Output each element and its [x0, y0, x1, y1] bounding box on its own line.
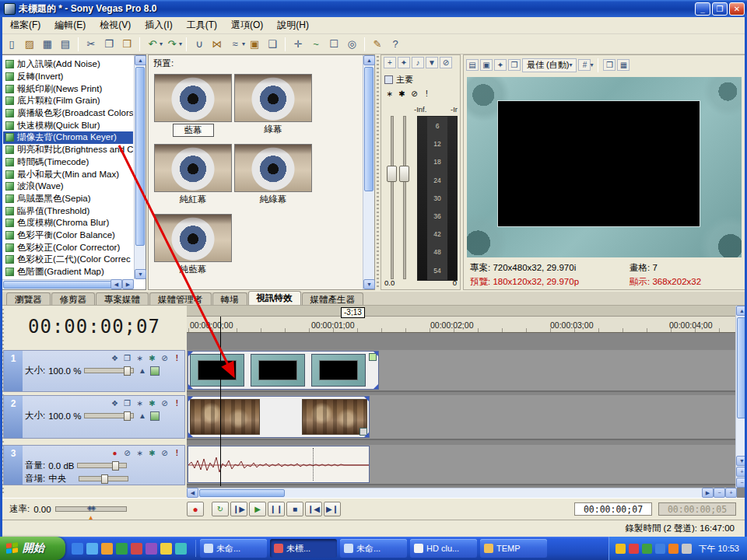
- timeline-zoom-in-icon[interactable]: +: [725, 488, 737, 498]
- video-event-eye-frames[interactable]: [188, 351, 379, 390]
- mixer-note-icon[interactable]: ♪: [412, 57, 424, 68]
- scrollbar-thumb[interactable]: [364, 67, 374, 191]
- slider-thumb[interactable]: [101, 474, 108, 484]
- slider-thumb[interactable]: [124, 366, 131, 376]
- arm-for-record-icon[interactable]: ●: [110, 449, 120, 457]
- fader-thumb[interactable]: [387, 166, 397, 182]
- automation-settings-icon[interactable]: ∗: [135, 399, 145, 408]
- pause-button[interactable]: ❙❙: [268, 502, 285, 516]
- menu-tools[interactable]: 工具(T): [180, 17, 224, 33]
- cursor-position-field[interactable]: 00:00:00;07: [574, 502, 652, 516]
- audio-event-waveform[interactable]: [188, 446, 370, 483]
- track-fx-chain-icon[interactable]: ❐: [122, 354, 132, 362]
- split-screen-view-icon[interactable]: ❐: [508, 59, 521, 71]
- fx-list-item[interactable]: 色彩平衡(Color Balance): [3, 229, 133, 242]
- new-project-icon[interactable]: ▯: [3, 36, 20, 52]
- go-to-end-button[interactable]: ▶❙: [324, 502, 341, 516]
- envelope-edit-tool-icon[interactable]: ~: [307, 36, 324, 52]
- tab-project-media[interactable]: 專案媒體: [96, 292, 149, 305]
- tab-media-generators[interactable]: 媒體產生器: [302, 292, 364, 305]
- scrollbar-thumb[interactable]: [3, 281, 112, 289]
- scroll-down-icon[interactable]: ▼: [363, 279, 375, 289]
- menu-view[interactable]: 檢視(V): [93, 17, 138, 33]
- master-fx-icon[interactable]: ✱: [397, 89, 407, 98]
- taskbar-window-1[interactable]: 未命...: [200, 539, 267, 558]
- ignore-event-grouping-icon[interactable]: ❑: [264, 36, 281, 52]
- fx-list-item[interactable]: 色階圖(Gradient Map): [3, 266, 133, 278]
- fx-list-item[interactable]: 加入訊噪(Add Noise): [3, 58, 133, 71]
- track-fx-icon[interactable]: ✱: [147, 449, 157, 457]
- menu-file[interactable]: 檔案(F): [3, 17, 47, 33]
- mute-icon[interactable]: ⊘: [409, 89, 419, 98]
- external-monitor-icon[interactable]: ▣: [480, 59, 493, 71]
- whats-this-help-icon[interactable]: ?: [387, 36, 404, 52]
- internet-browser-icon[interactable]: [86, 543, 98, 555]
- fx-list-item[interactable]: 最小和最大(Min and Max): [3, 168, 133, 180]
- preview-quality-dropdown[interactable]: 最佳 (自動) ▾: [522, 58, 577, 72]
- tab-transitions[interactable]: 轉場: [212, 292, 247, 305]
- properties-icon[interactable]: ▤: [57, 36, 74, 52]
- video-event-room-scene[interactable]: [188, 396, 370, 438]
- show-desktop-icon[interactable]: [72, 543, 83, 555]
- redo-dropdown-icon[interactable]: ▾: [179, 40, 182, 47]
- invert-phase-icon[interactable]: ⊘: [122, 449, 132, 457]
- compositing-mode-icon[interactable]: [150, 411, 160, 421]
- automation-settings-icon[interactable]: ∗: [135, 449, 145, 457]
- folder-shortcut-icon[interactable]: [160, 543, 172, 555]
- tray-display-icon[interactable]: [668, 544, 679, 554]
- track-fx-icon[interactable]: ✱: [147, 399, 157, 408]
- go-to-start-button[interactable]: ❙◀: [305, 502, 322, 516]
- scroll-right-icon[interactable]: ▶: [702, 488, 714, 498]
- fx-list-item[interactable]: 波浪(Wave): [3, 180, 133, 193]
- preset-blue-screen[interactable]: 藍幕: [154, 74, 232, 137]
- scrollbar-thumb[interactable]: [199, 489, 285, 497]
- scrollbar-thumb[interactable]: [135, 67, 145, 246]
- cut-icon[interactable]: ✂: [82, 36, 100, 52]
- record-button[interactable]: ●: [187, 502, 204, 516]
- media-player-icon[interactable]: [116, 543, 128, 555]
- make-compositing-child-icon[interactable]: ▲: [137, 366, 147, 375]
- stop-button[interactable]: ■: [286, 502, 303, 516]
- project-properties-icon[interactable]: ▤: [466, 59, 479, 71]
- vegas-shortcut-icon[interactable]: [131, 543, 142, 555]
- loop-playback-button[interactable]: ↻: [212, 502, 229, 516]
- marker-bar[interactable]: [187, 306, 737, 317]
- master-fader-right[interactable]: [403, 116, 406, 279]
- mail-icon[interactable]: [101, 543, 113, 555]
- solo-icon[interactable]: !: [422, 89, 432, 98]
- tray-messenger-icon[interactable]: [615, 544, 626, 554]
- scroll-left-icon[interactable]: ◀: [110, 279, 122, 289]
- mixer-drag-handle[interactable]: [377, 56, 379, 289]
- close-button[interactable]: ✕: [729, 2, 745, 16]
- track-motion-icon[interactable]: ❖: [110, 354, 120, 362]
- track-fx-chain-icon[interactable]: ❐: [122, 399, 132, 408]
- fx-list-item[interactable]: 時間碼(Timecode): [3, 156, 133, 169]
- scroll-up-icon[interactable]: ▲: [363, 55, 375, 65]
- menu-insert[interactable]: 插入(I): [138, 17, 179, 33]
- lock-envelopes-icon[interactable]: ▣: [246, 36, 263, 52]
- preset-pure-red[interactable]: 純紅幕: [154, 144, 232, 205]
- interactive-tutorials-icon[interactable]: ✎: [369, 36, 386, 52]
- scroll-up-icon[interactable]: ▲: [135, 55, 146, 65]
- fx-list-item[interactable]: 底片顆粒(Film Grain): [3, 95, 133, 107]
- track-header-1[interactable]: 1 ❖ ❐ ∗ ✱ ⊘ ! 大小: 100.0 % ▲: [3, 350, 185, 392]
- auto-ripple-dropdown-icon[interactable]: ▾: [242, 40, 245, 47]
- automation-settings-icon[interactable]: ∗: [135, 354, 145, 362]
- overlays-grid-icon[interactable]: #: [578, 59, 591, 71]
- tab-video-fx[interactable]: 視訊特效: [248, 291, 301, 305]
- track-volume-slider[interactable]: [77, 463, 127, 468]
- scroll-down-icon[interactable]: ▼: [135, 269, 146, 279]
- restore-button[interactable]: ❐: [712, 2, 728, 16]
- paste-icon[interactable]: ❒: [118, 36, 135, 52]
- taskbar-window-2-active[interactable]: 未標...: [270, 539, 337, 558]
- solo-icon[interactable]: !: [172, 449, 182, 457]
- mute-icon[interactable]: ⊘: [160, 354, 170, 362]
- cursor-time-display[interactable]: 00:00:00;07: [11, 312, 177, 341]
- make-compositing-child-icon[interactable]: ▲: [137, 411, 147, 420]
- automation-settings-icon[interactable]: ∗: [384, 89, 395, 98]
- fx-list-item[interactable]: 臨界值(Threshold): [3, 205, 133, 217]
- presets-vertical-scrollbar[interactable]: ▲ ▼: [363, 55, 374, 289]
- undo-icon[interactable]: ↶: [144, 36, 161, 52]
- dim-output-icon[interactable]: ⊘: [440, 57, 452, 68]
- track-level-slider[interactable]: [84, 413, 134, 418]
